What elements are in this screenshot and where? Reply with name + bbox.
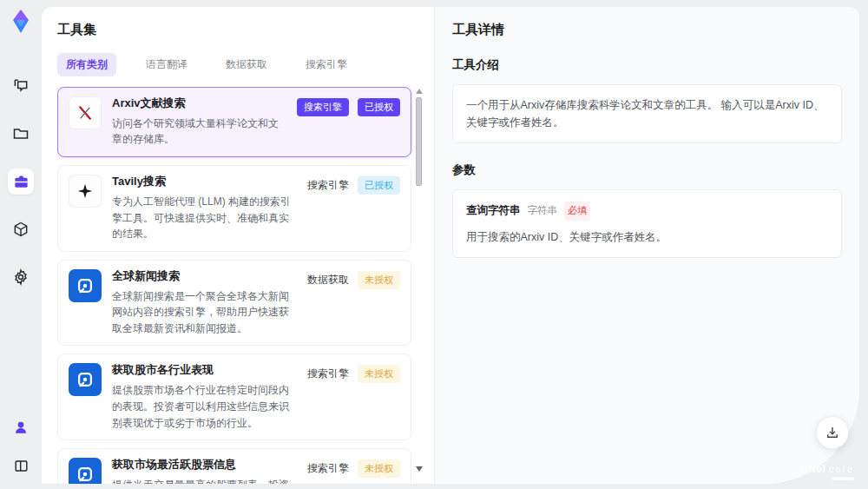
intro-section-title: 工具介绍	[452, 57, 842, 73]
auth-status-badge: 未授权	[358, 365, 400, 383]
scrollbar-thumb[interactable]	[416, 97, 422, 186]
sidebar-item-account[interactable]	[8, 414, 34, 440]
tool-name: 全球新闻搜索	[112, 269, 297, 284]
tab-0[interactable]: 所有类别	[57, 53, 116, 76]
tool-intro-text: 一个用于从Arxiv存储库搜索科学论文和文章的工具。 输入可以是Arxiv ID…	[452, 84, 842, 143]
content-window: 工具集 所有类别语言翻译数据获取搜索引擎 Arxiv文献搜索访问各个研究领域大量…	[42, 7, 859, 484]
auth-status-badge: 已授权	[358, 98, 400, 116]
auth-status-badge: 已授权	[358, 176, 400, 195]
app-root: 工具集 所有类别语言翻译数据获取搜索引擎 Arxiv文献搜索访问各个研究领域大量…	[0, 0, 868, 489]
tool-name: 获取股市各行业表现	[112, 363, 297, 378]
tool-name: 获取市场最活跃股票信息	[112, 458, 297, 472]
param-required-badge: 必填	[564, 202, 590, 221]
sidebar-item-collapse[interactable]	[8, 453, 34, 479]
news-icon	[69, 269, 102, 302]
tool-name: Arxiv文献搜索	[112, 96, 286, 111]
sidebar-item-chat[interactable]	[8, 73, 34, 99]
category-label: 搜索引擎	[307, 365, 349, 382]
tool-description: 专为人工智能代理 (LLM) 构建的搜索引擎工具。可快速提供实时、准确和真实的结…	[112, 194, 297, 242]
param-name: 查询字符串	[466, 202, 521, 219]
arxiv-icon	[69, 96, 102, 129]
sidebar	[0, 0, 42, 489]
tool-card-3[interactable]: 获取股市各行业表现提供股票市场各个行业在特定时间段内的表现。投资者可以利用这些信…	[57, 354, 411, 440]
category-label: 搜索引擎	[307, 459, 349, 477]
chat-icon	[12, 77, 30, 95]
download-icon	[825, 425, 840, 440]
params-section-title: 参数	[452, 162, 842, 178]
auth-status-badge: 未授权	[358, 459, 400, 478]
news-icon	[69, 363, 102, 396]
tool-description: 提供当天交易量最高的股票列表，投资者可以利用这些信息来识别流动性强的股票和潜在的…	[112, 477, 297, 484]
auth-status-badge: 未授权	[358, 271, 400, 289]
param-header: 查询字符串 字符串 必填	[466, 202, 828, 221]
tab-2[interactable]: 数据获取	[217, 53, 276, 76]
download-button[interactable]	[816, 416, 849, 449]
tool-card-0[interactable]: Arxiv文献搜索访问各个研究领域大量科学论文和文章的存储库。搜索引擎已授权	[57, 87, 411, 157]
tool-card-2[interactable]: 全球新闻搜索全球新闻搜索是一个聚合全球各大新闻网站内容的搜索引擎，帮助用户快速获…	[57, 260, 411, 347]
sidebar-item-tools[interactable]	[8, 169, 34, 195]
tool-card-1[interactable]: Tavily搜索专为人工智能代理 (LLM) 构建的搜索引擎工具。可快速提供实时…	[57, 165, 411, 252]
tool-description: 提供股票市场各个行业在特定时间段内的表现。投资者可以利用这些信息来识别表现优于或…	[112, 382, 297, 431]
tools-list: Arxiv文献搜索访问各个研究领域大量科学论文和文章的存储库。搜索引擎已授权Ta…	[57, 87, 411, 484]
category-tabs: 所有类别语言翻译数据获取搜索引擎	[57, 53, 425, 76]
sidebar-item-files[interactable]	[8, 121, 34, 147]
tab-1[interactable]: 语言翻译	[137, 53, 196, 76]
brand-core: core	[829, 464, 854, 474]
category-label: 搜索引擎	[307, 176, 349, 194]
tool-description: 访问各个研究领域大量科学论文和文章的存储库。	[112, 116, 286, 148]
tool-description: 全球新闻搜索是一个聚合全球各大新闻网站内容的搜索引擎，帮助用户快速获取全球最新资…	[112, 288, 297, 337]
toolset-panel: 工具集 所有类别语言翻译数据获取搜索引擎 Arxiv文献搜索访问各个研究领域大量…	[42, 7, 434, 484]
tools-list-container: Arxiv文献搜索访问各个研究领域大量科学论文和文章的存储库。搜索引擎已授权Ta…	[57, 87, 425, 484]
toolset-title: 工具集	[57, 22, 425, 38]
scrollbar-up-arrow[interactable]	[416, 89, 423, 94]
sidebar-nav	[8, 73, 34, 290]
collapse-panel-icon	[13, 458, 30, 474]
param-card: 查询字符串 字符串 必填 用于搜索的Arxiv ID、关键字或作者姓名。	[452, 189, 842, 258]
gear-icon	[12, 268, 30, 286]
tool-detail-panel: 工具详情 工具介绍 一个用于从Arxiv存储库搜索科学论文和文章的工具。 输入可…	[434, 7, 859, 484]
param-description: 用于搜索的Arxiv ID、关键字或作者姓名。	[466, 228, 828, 246]
sidebar-bottom	[8, 414, 34, 479]
intel-core-logo: intel core	[801, 462, 854, 480]
cube-icon	[12, 221, 30, 238]
tavily-star-icon	[69, 175, 102, 208]
tab-3[interactable]: 搜索引擎	[297, 53, 356, 76]
brand-underline	[832, 477, 854, 480]
sidebar-item-models[interactable]	[8, 216, 34, 242]
scrollbar[interactable]	[415, 87, 424, 484]
param-type: 字符串	[528, 202, 558, 218]
briefcase-icon	[13, 174, 30, 190]
user-icon	[13, 420, 29, 435]
news-icon	[69, 458, 102, 484]
brand-intel: intel	[801, 462, 825, 475]
detail-title: 工具详情	[452, 22, 842, 38]
sidebar-item-settings[interactable]	[8, 264, 34, 290]
tool-name: Tavily搜索	[112, 175, 297, 189]
category-label: 数据获取	[307, 271, 349, 288]
app-logo[interactable]	[6, 7, 36, 36]
scrollbar-down-arrow[interactable]	[416, 466, 423, 472]
folder-icon	[12, 125, 30, 142]
category-badge: 搜索引擎	[297, 98, 349, 116]
tool-card-4[interactable]: 获取市场最活跃股票信息提供当天交易量最高的股票列表，投资者可以利用这些信息来识别…	[57, 448, 411, 484]
